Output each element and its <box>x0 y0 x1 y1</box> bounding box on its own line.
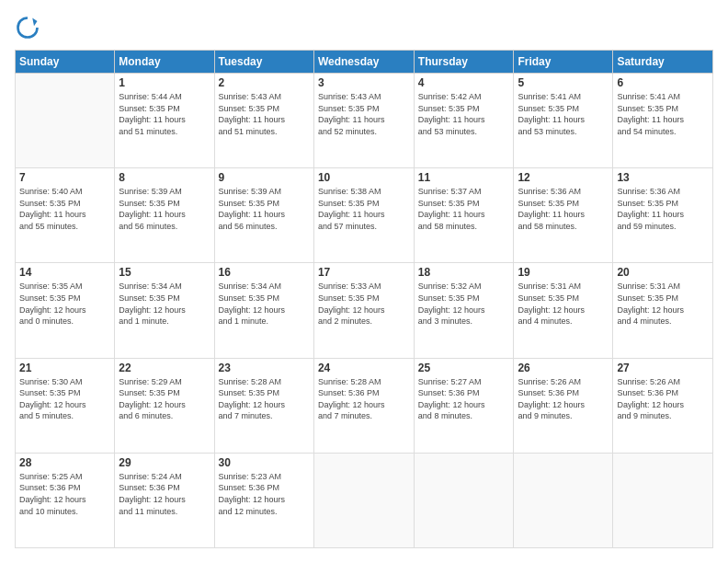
day-number: 11 <box>418 171 510 184</box>
day-number: 20 <box>617 266 709 279</box>
day-info: Sunrise: 5:37 AMSunset: 5:35 PMDaylight:… <box>418 186 510 232</box>
calendar-cell: 18Sunrise: 5:32 AMSunset: 5:35 PMDayligh… <box>414 263 514 358</box>
day-number: 2 <box>219 76 310 89</box>
calendar-cell: 16Sunrise: 5:34 AMSunset: 5:35 PMDayligh… <box>214 263 313 358</box>
weekday-header-row: SundayMondayTuesdayWednesdayThursdayFrid… <box>16 51 713 74</box>
day-info: Sunrise: 5:41 AMSunset: 5:35 PMDaylight:… <box>617 91 709 137</box>
day-info: Sunrise: 5:26 AMSunset: 5:36 PMDaylight:… <box>518 376 609 422</box>
calendar-cell: 20Sunrise: 5:31 AMSunset: 5:35 PMDayligh… <box>613 263 713 358</box>
calendar-cell: 17Sunrise: 5:33 AMSunset: 5:35 PMDayligh… <box>313 263 414 358</box>
weekday-header-friday: Friday <box>514 51 613 74</box>
day-number: 10 <box>318 171 410 184</box>
day-info: Sunrise: 5:36 AMSunset: 5:35 PMDaylight:… <box>518 186 609 232</box>
day-number: 27 <box>617 362 709 374</box>
day-number: 30 <box>219 456 310 469</box>
calendar-cell: 13Sunrise: 5:36 AMSunset: 5:35 PMDayligh… <box>613 168 713 263</box>
day-info: Sunrise: 5:31 AMSunset: 5:35 PMDaylight:… <box>518 281 609 327</box>
calendar-cell: 10Sunrise: 5:38 AMSunset: 5:35 PMDayligh… <box>313 168 414 263</box>
day-info: Sunrise: 5:44 AMSunset: 5:35 PMDaylight:… <box>119 91 210 137</box>
day-info: Sunrise: 5:34 AMSunset: 5:35 PMDaylight:… <box>219 281 310 327</box>
calendar-cell: 3Sunrise: 5:43 AMSunset: 5:35 PMDaylight… <box>313 74 414 168</box>
day-number: 26 <box>518 362 609 374</box>
calendar-cell <box>613 453 713 547</box>
weekday-header-sunday: Sunday <box>16 51 115 74</box>
day-number: 24 <box>318 362 410 374</box>
calendar-cell <box>16 74 115 168</box>
weekday-header-thursday: Thursday <box>414 51 514 74</box>
calendar-cell: 25Sunrise: 5:27 AMSunset: 5:36 PMDayligh… <box>414 358 514 453</box>
calendar-cell: 30Sunrise: 5:23 AMSunset: 5:36 PMDayligh… <box>214 453 313 547</box>
calendar-cell: 26Sunrise: 5:26 AMSunset: 5:36 PMDayligh… <box>514 358 613 453</box>
day-number: 4 <box>418 76 510 89</box>
day-info: Sunrise: 5:29 AMSunset: 5:35 PMDaylight:… <box>119 376 210 422</box>
day-info: Sunrise: 5:24 AMSunset: 5:36 PMDaylight:… <box>119 471 210 517</box>
day-info: Sunrise: 5:28 AMSunset: 5:36 PMDaylight:… <box>318 376 410 422</box>
day-info: Sunrise: 5:26 AMSunset: 5:36 PMDaylight:… <box>617 376 709 422</box>
calendar-cell: 23Sunrise: 5:28 AMSunset: 5:35 PMDayligh… <box>214 358 313 453</box>
day-info: Sunrise: 5:28 AMSunset: 5:35 PMDaylight:… <box>219 376 310 422</box>
day-info: Sunrise: 5:32 AMSunset: 5:35 PMDaylight:… <box>418 281 510 327</box>
day-info: Sunrise: 5:43 AMSunset: 5:35 PMDaylight:… <box>219 91 310 137</box>
week-row-0: 1Sunrise: 5:44 AMSunset: 5:35 PMDaylight… <box>16 74 713 168</box>
calendar-table: SundayMondayTuesdayWednesdayThursdayFrid… <box>15 50 713 548</box>
calendar-cell: 19Sunrise: 5:31 AMSunset: 5:35 PMDayligh… <box>514 263 613 358</box>
day-number: 25 <box>418 362 510 374</box>
calendar-cell <box>313 453 414 547</box>
day-number: 5 <box>518 76 609 89</box>
calendar-cell: 22Sunrise: 5:29 AMSunset: 5:35 PMDayligh… <box>115 358 214 453</box>
day-info: Sunrise: 5:42 AMSunset: 5:35 PMDaylight:… <box>418 91 510 137</box>
day-number: 23 <box>219 362 310 374</box>
day-info: Sunrise: 5:36 AMSunset: 5:35 PMDaylight:… <box>617 186 709 232</box>
day-info: Sunrise: 5:30 AMSunset: 5:35 PMDaylight:… <box>19 376 110 422</box>
day-number: 17 <box>318 266 410 279</box>
day-number: 3 <box>318 76 410 89</box>
week-row-3: 21Sunrise: 5:30 AMSunset: 5:35 PMDayligh… <box>16 358 713 453</box>
calendar-cell: 15Sunrise: 5:34 AMSunset: 5:35 PMDayligh… <box>115 263 214 358</box>
day-number: 22 <box>119 362 210 374</box>
day-number: 19 <box>518 266 609 279</box>
day-info: Sunrise: 5:33 AMSunset: 5:35 PMDaylight:… <box>318 281 410 327</box>
day-info: Sunrise: 5:27 AMSunset: 5:36 PMDaylight:… <box>418 376 510 422</box>
week-row-4: 28Sunrise: 5:25 AMSunset: 5:36 PMDayligh… <box>16 453 713 547</box>
day-number: 28 <box>19 456 110 469</box>
calendar-cell <box>414 453 514 547</box>
calendar-cell: 5Sunrise: 5:41 AMSunset: 5:35 PMDaylight… <box>514 74 613 168</box>
day-info: Sunrise: 5:39 AMSunset: 5:35 PMDaylight:… <box>119 186 210 232</box>
page: SundayMondayTuesdayWednesdayThursdayFrid… <box>0 0 728 563</box>
day-number: 18 <box>418 266 510 279</box>
calendar-cell: 27Sunrise: 5:26 AMSunset: 5:36 PMDayligh… <box>613 358 713 453</box>
calendar-cell: 2Sunrise: 5:43 AMSunset: 5:35 PMDaylight… <box>214 74 313 168</box>
calendar-cell: 7Sunrise: 5:40 AMSunset: 5:35 PMDaylight… <box>16 168 115 263</box>
calendar-cell: 11Sunrise: 5:37 AMSunset: 5:35 PMDayligh… <box>414 168 514 263</box>
day-info: Sunrise: 5:31 AMSunset: 5:35 PMDaylight:… <box>617 281 709 327</box>
weekday-header-wednesday: Wednesday <box>313 51 414 74</box>
weekday-header-tuesday: Tuesday <box>214 51 313 74</box>
weekday-header-saturday: Saturday <box>613 51 713 74</box>
day-info: Sunrise: 5:39 AMSunset: 5:35 PMDaylight:… <box>219 186 310 232</box>
calendar-cell: 21Sunrise: 5:30 AMSunset: 5:35 PMDayligh… <box>16 358 115 453</box>
logo <box>15 15 44 40</box>
calendar-cell: 29Sunrise: 5:24 AMSunset: 5:36 PMDayligh… <box>115 453 214 547</box>
calendar-cell: 6Sunrise: 5:41 AMSunset: 5:35 PMDaylight… <box>613 74 713 168</box>
day-number: 6 <box>617 76 709 89</box>
day-number: 29 <box>119 456 210 469</box>
calendar-cell: 9Sunrise: 5:39 AMSunset: 5:35 PMDaylight… <box>214 168 313 263</box>
calendar-cell: 8Sunrise: 5:39 AMSunset: 5:35 PMDaylight… <box>115 168 214 263</box>
calendar-cell: 4Sunrise: 5:42 AMSunset: 5:35 PMDaylight… <box>414 74 514 168</box>
day-number: 12 <box>518 171 609 184</box>
day-info: Sunrise: 5:35 AMSunset: 5:35 PMDaylight:… <box>19 281 110 327</box>
calendar-cell <box>514 453 613 547</box>
day-info: Sunrise: 5:23 AMSunset: 5:36 PMDaylight:… <box>219 471 310 517</box>
day-number: 21 <box>19 362 110 374</box>
calendar-cell: 12Sunrise: 5:36 AMSunset: 5:35 PMDayligh… <box>514 168 613 263</box>
day-info: Sunrise: 5:34 AMSunset: 5:35 PMDaylight:… <box>119 281 210 327</box>
day-number: 7 <box>19 171 110 184</box>
day-info: Sunrise: 5:41 AMSunset: 5:35 PMDaylight:… <box>518 91 609 137</box>
day-number: 9 <box>219 171 310 184</box>
day-number: 13 <box>617 171 709 184</box>
calendar-cell: 14Sunrise: 5:35 AMSunset: 5:35 PMDayligh… <box>16 263 115 358</box>
day-number: 16 <box>219 266 310 279</box>
day-number: 8 <box>119 171 210 184</box>
header <box>15 15 713 40</box>
week-row-2: 14Sunrise: 5:35 AMSunset: 5:35 PMDayligh… <box>16 263 713 358</box>
